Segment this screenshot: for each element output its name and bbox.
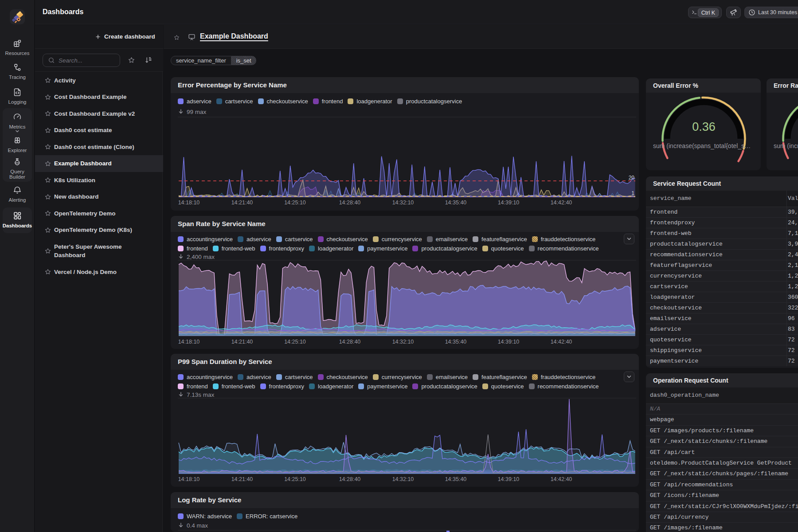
svg-text:14:21:40: 14:21:40 [231,339,253,345]
svg-text:14:32:10: 14:32:10 [392,339,414,345]
svg-text:14:32:10: 14:32:10 [392,476,414,482]
svg-text:14:18:10: 14:18:10 [178,200,200,206]
svg-text:14:35:40: 14:35:40 [445,339,467,345]
svg-text:14:25:10: 14:25:10 [284,200,306,206]
svg-text:14:32:10: 14:32:10 [392,200,414,206]
svg-text:14:42:40: 14:42:40 [551,200,572,206]
svg-text:14:28:40: 14:28:40 [339,339,361,345]
svg-text:14:39:10: 14:39:10 [498,476,520,482]
svg-text:14:35:40: 14:35:40 [445,200,467,206]
svg-text:20: 20 [629,175,635,181]
svg-text:14:28:40: 14:28:40 [339,200,361,206]
svg-text:14:28:40: 14:28:40 [339,476,361,482]
svg-text:14:39:10: 14:39:10 [498,200,520,206]
svg-text:14:25:10: 14:25:10 [284,339,306,345]
svg-text:14:21:40: 14:21:40 [231,200,253,206]
svg-text:14:25:10: 14:25:10 [284,476,306,482]
svg-text:14:42:40: 14:42:40 [551,476,572,482]
svg-text:14:42:40: 14:42:40 [551,339,572,345]
svg-text:14:35:40: 14:35:40 [445,476,467,482]
svg-text:14:18:10: 14:18:10 [178,476,200,482]
svg-text:14:21:40: 14:21:40 [231,476,253,482]
svg-text:14:18:10: 14:18:10 [178,339,200,345]
svg-text:14:39:10: 14:39:10 [498,339,520,345]
svg-text:1: 1 [631,190,634,196]
svg-text:0.36: 0.36 [692,120,716,133]
